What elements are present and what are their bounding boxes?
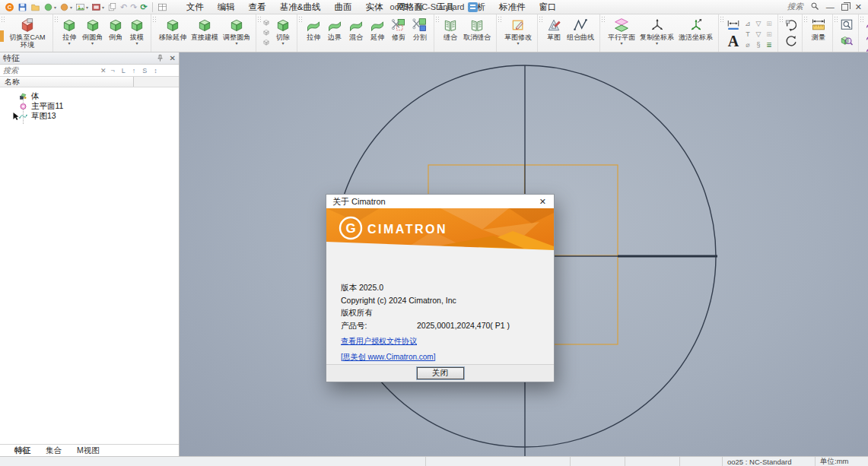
collapsed-panel-tab[interactable] <box>0 30 4 42</box>
trim-button[interactable]: 修剪 <box>388 17 409 52</box>
tree-item-body[interactable]: 体 <box>0 91 179 101</box>
menu-file[interactable]: 文件 <box>180 0 211 14</box>
frame-note-icon[interactable]: ⊞ <box>766 20 772 27</box>
tab-mviews[interactable]: M视图 <box>70 445 107 456</box>
spin-view-icon[interactable] <box>784 33 799 47</box>
clear-search-icon[interactable]: ✕ <box>97 67 110 74</box>
menu-solid[interactable]: 实体 <box>358 0 389 14</box>
diameter-dim-icon[interactable]: ⌀ <box>746 41 749 49</box>
menu-datum-curves[interactable]: 基准&曲线 <box>273 0 328 14</box>
group-paint <box>859 14 868 52</box>
active-ucs-button[interactable]: 激活坐标系 <box>676 17 715 52</box>
composite-curve-button[interactable]: 组合曲线 <box>564 17 596 52</box>
table-note-icon[interactable]: ⊞ <box>766 30 772 38</box>
name-column-header[interactable]: 名称 <box>0 77 134 87</box>
menu-window[interactable]: 窗口 <box>532 0 563 14</box>
tab-features[interactable]: 特征 <box>8 445 37 456</box>
balloon-icon[interactable]: § <box>756 41 760 49</box>
sketch-edit-button[interactable]: 草图修改▾ <box>502 17 534 52</box>
filter-icon-1[interactable]: ¬ <box>111 67 115 74</box>
redo-button[interactable]: ↷ <box>130 2 137 13</box>
capture-button[interactable]: ▾ <box>91 2 104 13</box>
filter-icon-4[interactable]: S <box>142 67 147 74</box>
menu-surface[interactable]: 曲面 <box>327 0 358 14</box>
menu-edit[interactable]: 编辑 <box>211 0 242 14</box>
paint-part-icon[interactable] <box>864 30 868 41</box>
dialog-close-icon[interactable]: ✕ <box>538 197 548 207</box>
dialog-titlebar[interactable]: 关于 Cimatron ✕ <box>326 195 554 208</box>
text-a-icon[interactable]: A <box>728 33 739 49</box>
menu-standard-parts[interactable]: 标准件 <box>492 0 533 14</box>
export-button[interactable]: ▾ <box>59 2 72 13</box>
dialog-close-button[interactable]: 关闭 <box>417 367 464 379</box>
draft-button[interactable]: 拔模▾ <box>126 17 148 52</box>
tree-search-input[interactable] <box>0 66 97 74</box>
close-button[interactable]: ✕ <box>855 3 862 11</box>
zoom-object-icon[interactable] <box>838 33 855 47</box>
copy-button[interactable] <box>107 2 117 13</box>
version-line: 版本 2025.0 <box>341 283 554 291</box>
import-button[interactable]: ▾ <box>43 2 56 13</box>
flag-note-icon[interactable]: ▽ <box>756 20 761 27</box>
hatch-icon[interactable]: ≣ <box>766 41 772 49</box>
unstitch-button[interactable]: 取消缝合 <box>461 17 493 52</box>
switch-to-cam-button[interactable]: 切换至CAM环境 <box>5 17 49 52</box>
measure-button[interactable]: 测量 <box>808 17 829 52</box>
split-button[interactable]: 分割 <box>409 17 431 52</box>
mini-solid-icon-2[interactable] <box>262 28 271 36</box>
filter-icon-3[interactable]: ↑ <box>132 67 136 74</box>
undo-button[interactable]: ↶ <box>120 2 127 13</box>
mini-solid-icon-1[interactable] <box>262 18 271 27</box>
dialog-body: 版本 2025.0 Copyright (c) 2024 Cimatron, I… <box>326 255 554 364</box>
copy-ucs-button[interactable]: 复制坐标系▾ <box>637 17 676 52</box>
cimatron-logo-text: CIMATRON <box>367 223 447 236</box>
extend-button[interactable]: 延伸 <box>367 17 388 52</box>
tab-sets[interactable]: 集合 <box>39 445 68 456</box>
surface-finish-icon[interactable]: ▽ <box>756 30 761 38</box>
sketch-button[interactable]: 草图 <box>543 17 564 52</box>
group-measure: 测量 <box>803 14 833 52</box>
minimize-button[interactable]: — <box>826 3 835 11</box>
status-segment <box>426 457 571 466</box>
tree-item-sketch[interactable]: 草图13 <box>0 111 179 121</box>
status-segment <box>625 457 680 466</box>
cut-button[interactable]: 切除▾ <box>272 17 294 52</box>
cimatron-logo-icon <box>5 2 14 13</box>
stitch-button[interactable]: 缝合 <box>440 17 461 52</box>
filter-icon-5[interactable]: ↕ <box>154 67 157 74</box>
datum-target-icon[interactable]: T <box>746 30 750 38</box>
search-icon[interactable] <box>810 2 819 12</box>
zoom-window-icon[interactable] <box>839 18 854 32</box>
save-button[interactable] <box>17 2 27 13</box>
chamfer-button[interactable]: 倒角 <box>105 17 126 52</box>
cursor-icon <box>11 112 21 121</box>
rotate-view-icon[interactable] <box>784 18 799 32</box>
adjust-fillet-button[interactable]: 调整圆角▾ <box>221 17 253 52</box>
blend-button[interactable]: 混合 <box>345 17 367 52</box>
round-fillet-button[interactable]: 倒圆角▾ <box>80 17 105 52</box>
mini-solid-icon-3[interactable] <box>262 38 271 46</box>
paint-face-icon[interactable] <box>864 18 868 29</box>
pin-icon[interactable] <box>156 54 164 62</box>
filter-icon-2[interactable]: L <box>122 67 126 74</box>
parallel-planes-button[interactable]: 平行平面▾ <box>606 17 637 52</box>
panel-close-icon[interactable]: ✕ <box>170 54 176 62</box>
leader-dim-icon[interactable]: ⊿ <box>745 20 751 27</box>
surface-extrude-button[interactable]: 拉伸 <box>303 17 324 52</box>
image-button[interactable]: ▾ <box>75 2 88 13</box>
boundary-button[interactable]: 边界 <box>324 17 345 52</box>
cimatron-site-link[interactable]: [思美创 www.Cimatron.com] <box>341 353 435 361</box>
license-agreement-link[interactable]: 查看用户授权文件协议 <box>341 337 417 345</box>
refresh-button[interactable]: ⟳ <box>141 2 148 13</box>
extrude-button[interactable]: 拉伸▾ <box>59 17 80 52</box>
direct-modeling-button[interactable]: 直接建模 <box>189 17 221 52</box>
remove-extend-button[interactable]: 移除延伸 <box>157 17 189 52</box>
restore-button[interactable] <box>841 4 848 11</box>
paint-sketch-icon[interactable] <box>864 43 868 52</box>
tree-item-main-plane[interactable]: 主平面11 <box>0 101 179 111</box>
window-layout-button[interactable] <box>157 2 167 13</box>
open-button[interactable] <box>30 2 40 13</box>
menu-view[interactable]: 查看 <box>242 0 273 14</box>
dimension-icon[interactable] <box>724 18 742 32</box>
product-value: 2025,0001,2024,470( P1 ) <box>417 321 510 329</box>
